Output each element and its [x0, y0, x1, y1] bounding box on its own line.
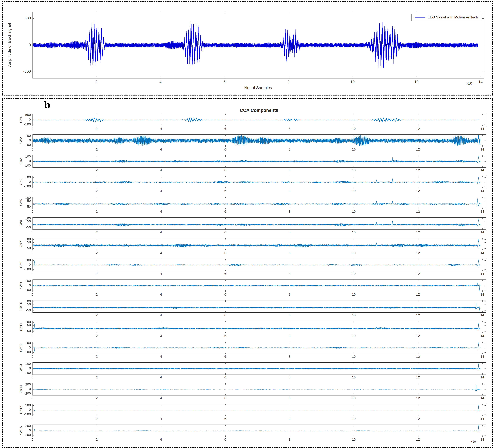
x-tick-label: 6: [218, 334, 232, 338]
y-tick-label: -50: [15, 308, 31, 312]
x-tick-label: 14: [475, 376, 489, 379]
x-tick-label: 14: [472, 80, 489, 84]
y-tick-label: -100: [15, 143, 31, 147]
y-tick-label: 200: [15, 403, 31, 407]
x-tick-label: 0: [25, 313, 40, 317]
x-tick-label: 2: [90, 168, 104, 172]
x-tick-label: 6: [218, 148, 232, 151]
x-tick-label: 4: [154, 293, 168, 296]
y-tick-label: 0: [15, 428, 31, 432]
y-tick-label: 500: [15, 113, 31, 117]
x-tick-label: 14: [475, 148, 489, 151]
x-tick-label: 6: [216, 80, 233, 84]
x-tick-label: 6: [218, 355, 232, 359]
x-tick-label: 14: [475, 210, 489, 213]
x-tick-label: 10: [347, 272, 361, 276]
x-tick-label: 4: [154, 168, 168, 172]
x-tick-label: 10: [347, 355, 361, 359]
x-tick-label: 12: [411, 189, 425, 193]
x-tick-label: 14: [475, 417, 489, 421]
y-tick-label: -50: [15, 205, 31, 209]
x-tick-label: 8: [282, 272, 297, 276]
y-tick-label: 200: [15, 382, 31, 386]
y-tick-label: -500: [16, 69, 31, 74]
x-tick-label: 12: [411, 396, 425, 400]
x-tick-label: 10: [347, 127, 361, 131]
x-tick-label: 4: [154, 376, 168, 379]
y-tick-label: 100: [15, 341, 31, 345]
cca-component-canvas-10: [32, 300, 486, 313]
x-tick-label: 10: [347, 438, 361, 441]
x-tick-label: 10: [347, 334, 361, 338]
panel-a: a Amplitude of EEG signal EEG Signal wit…: [2, 1, 493, 96]
x-tick-label: 4: [154, 127, 168, 131]
x-tick-label: 4: [154, 438, 168, 441]
x-tick-label: 12: [411, 313, 425, 317]
legend-line-sample-icon: [415, 17, 425, 17]
x-tick-label: 10: [347, 313, 361, 317]
x-tick-label: 12: [411, 272, 425, 276]
y-tick-label: 0: [15, 387, 31, 391]
x-tick-label: 2: [90, 376, 104, 379]
x-tick-label: 6: [218, 127, 232, 131]
y-tick-label: 100: [15, 134, 31, 138]
x-tick-label: 10: [347, 230, 361, 234]
x-tick-label: 0: [25, 334, 40, 338]
x-tick-label: 8: [282, 210, 297, 213]
x-tick-label: 14: [475, 251, 489, 255]
x-tick-label: 8: [282, 355, 297, 359]
x-tick-label: 14: [475, 127, 489, 131]
x-tick-label: 12: [408, 80, 425, 84]
x-tick-label: 0: [25, 417, 40, 421]
x-tick-label: 14: [475, 355, 489, 359]
x-tick-label: 2: [88, 80, 105, 84]
x-tick-label: 14: [475, 230, 489, 234]
cca-component-canvas-5: [32, 196, 486, 209]
x-tick-label: 2: [90, 438, 104, 441]
x-tick-label: 4: [152, 80, 169, 84]
x-tick-label: 0: [25, 396, 40, 400]
y-tick-label: -100: [15, 184, 31, 188]
x-tick-label: 4: [154, 210, 168, 213]
x-tick-label: 12: [411, 417, 425, 421]
y-tick-label: -200: [15, 412, 31, 416]
x-tick-label: 8: [282, 334, 297, 338]
cca-component-canvas-4: [32, 176, 486, 188]
y-tick-label: 50: [15, 220, 31, 223]
cca-component-canvas-6: [32, 217, 486, 230]
x-tick-label: 14: [475, 396, 489, 400]
x-tick-label: 8: [282, 168, 297, 172]
y-tick-label: 0: [15, 408, 31, 412]
y-tick-label: 0: [15, 366, 31, 370]
y-tick-label: 100: [15, 362, 31, 365]
x-tick-label: 2: [90, 313, 104, 317]
y-tick-label: 500: [16, 16, 31, 20]
x-tick-label: 10: [347, 210, 361, 213]
y-tick-label: 200: [15, 424, 31, 428]
x-tick-label: 6: [218, 417, 232, 421]
x-tick-label: 12: [411, 127, 425, 131]
x-tick-label: 6: [218, 189, 232, 193]
x-tick-label: 0: [25, 272, 40, 276]
x-tick-label: 2: [90, 355, 104, 359]
legend-label: EEG Signal with Motion Artifacts: [427, 15, 479, 19]
x-tick-label: 4: [154, 355, 168, 359]
x-tick-label: 2: [90, 293, 104, 296]
x-tick-label: 6: [218, 376, 232, 379]
panel-b: b CCA Components C#15000-50002468101214C…: [2, 98, 493, 448]
y-tick-label: 100: [15, 175, 31, 179]
x-tick-label: 10: [347, 148, 361, 151]
y-tick-label: -50: [15, 246, 31, 250]
x-tick-label: 0: [25, 438, 40, 441]
x-tick-label: 0: [25, 230, 40, 234]
panel-a-ylabel: Amplitude of EEG signal: [7, 23, 12, 67]
x-tick-label: 2: [90, 148, 104, 151]
x-tick-label: 2: [90, 334, 104, 338]
y-tick-label: -100: [15, 371, 31, 375]
x-tick-label: 6: [218, 168, 232, 172]
x-tick-label: 6: [218, 313, 232, 317]
y-tick-label: -200: [15, 392, 31, 395]
y-tick-label: 0: [15, 138, 31, 142]
y-tick-label: 0: [16, 43, 31, 47]
x-tick-label: 2: [90, 251, 104, 255]
